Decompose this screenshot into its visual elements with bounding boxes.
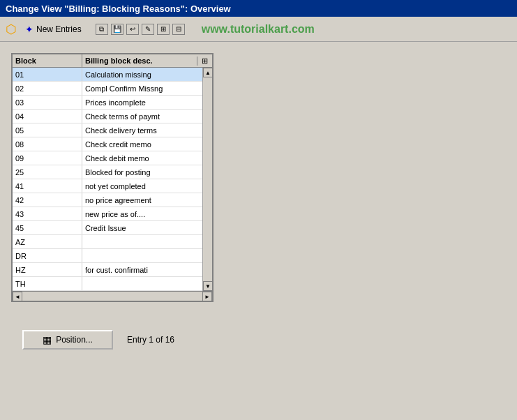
table-row[interactable]: 05Check delivery terms	[13, 123, 202, 137]
sap-logo-icon: ⬡	[6, 22, 17, 37]
cell-desc: Check delivery terms	[82, 123, 202, 137]
table-row[interactable]: 04Check terms of paymt	[13, 110, 202, 123]
cell-desc: Check credit memo	[82, 137, 202, 151]
cell-block: 09	[13, 151, 82, 165]
table-row[interactable]: 03Prices incomplete	[13, 96, 202, 110]
toolbar-icon-more[interactable]: ⊟	[172, 24, 185, 35]
new-entries-button[interactable]: ✦ New Entries	[22, 22, 84, 36]
settings-icon: ⊞	[202, 57, 208, 66]
table-row[interactable]: 02Compl Confirm Missng	[13, 82, 202, 96]
table-row[interactable]: 43new price as of....	[13, 207, 202, 221]
watermark: www.tutorialkart.com	[202, 23, 315, 36]
scroll-up-button[interactable]: ▲	[203, 68, 213, 77]
content-area: Block Billing block desc. ⊞ 01Calculatio…	[0, 42, 517, 358]
new-entries-icon: ✦	[25, 24, 33, 35]
cell-desc: no price agreement	[82, 193, 202, 207]
table-row[interactable]: 41not yet completed	[13, 179, 202, 193]
toolbar: ⬡ ✦ New Entries ⧉ 💾 ↩ ✎ ⊞ ⊟ www.tutorial…	[0, 17, 517, 42]
table-container: Block Billing block desc. ⊞ 01Calculatio…	[11, 53, 213, 302]
cell-desc: Credit Issue	[82, 221, 202, 234]
toolbar-icon-save[interactable]: 💾	[111, 24, 123, 35]
cell-block: 43	[13, 207, 82, 220]
table-row[interactable]: 42no price agreement	[13, 193, 202, 207]
toolbar-icon-edit[interactable]: ✎	[142, 24, 154, 35]
title-bar: Change View "Billing: Blocking Reasons":…	[0, 0, 517, 17]
table-row[interactable]: DR	[13, 249, 202, 263]
col-desc-header: Billing block desc.	[82, 54, 197, 67]
bottom-area: ▦ Position... Entry 1 of 16	[11, 330, 506, 350]
cell-block: AZ	[13, 235, 82, 248]
column-settings-icon[interactable]: ⊞	[197, 57, 212, 66]
table-row[interactable]: HZfor cust. confirmati	[13, 263, 202, 277]
scroll-right-button[interactable]: ►	[202, 292, 212, 301]
cell-desc	[82, 235, 202, 248]
scroll-down-button[interactable]: ▼	[203, 281, 213, 291]
table-row[interactable]: 45Credit Issue	[13, 221, 202, 235]
scroll-left-button[interactable]: ◄	[13, 292, 22, 301]
table-header: Block Billing block desc. ⊞	[13, 54, 212, 68]
table-row[interactable]: 25Blocked for posting	[13, 165, 202, 179]
cell-desc: new price as of....	[82, 207, 202, 220]
toolbar-icon-nav[interactable]: ⊞	[157, 24, 170, 35]
table-body: 01Calculation missing02Compl Confirm Mis…	[13, 68, 202, 291]
cell-block: 02	[13, 82, 82, 95]
cell-block: 04	[13, 110, 82, 123]
cell-desc: Check debit memo	[82, 151, 202, 165]
entry-info: Entry 1 of 16	[127, 335, 174, 345]
horizontal-scrollbar[interactable]: ◄ ►	[13, 291, 212, 301]
cell-block: 08	[13, 137, 82, 151]
scroll-track	[203, 77, 212, 281]
cell-block: 01	[13, 68, 82, 81]
position-button[interactable]: ▦ Position...	[22, 330, 113, 350]
toolbar-icon-copy[interactable]: ⧉	[96, 24, 108, 35]
vertical-scrollbar[interactable]: ▲ ▼	[202, 68, 212, 291]
cell-desc: Check terms of paymt	[82, 110, 202, 123]
table-row[interactable]: TH	[13, 277, 202, 291]
hscroll-track	[22, 292, 202, 301]
cell-desc: for cust. confirmati	[82, 263, 202, 276]
new-entries-label: New Entries	[36, 24, 82, 34]
col-block-header: Block	[13, 54, 82, 67]
cell-block: 03	[13, 96, 82, 109]
cell-block: HZ	[13, 263, 82, 276]
table-row[interactable]: 08Check credit memo	[13, 137, 202, 151]
table-row[interactable]: AZ	[13, 235, 202, 249]
cell-desc: Prices incomplete	[82, 96, 202, 109]
title-text: Change View "Billing: Blocking Reasons":…	[6, 3, 231, 14]
cell-desc: Compl Confirm Missng	[82, 82, 202, 95]
table-row[interactable]: 09Check debit memo	[13, 151, 202, 165]
cell-desc	[82, 249, 202, 262]
table-row[interactable]: 01Calculation missing	[13, 68, 202, 82]
cell-desc	[82, 277, 202, 290]
position-icon: ▦	[43, 334, 52, 345]
cell-block: 41	[13, 179, 82, 193]
position-label: Position...	[56, 335, 93, 345]
cell-block: 45	[13, 221, 82, 234]
cell-desc: Calculation missing	[82, 68, 202, 81]
cell-block: 42	[13, 193, 82, 207]
cell-block: 05	[13, 123, 82, 137]
cell-desc: Blocked for posting	[82, 165, 202, 179]
cell-block: TH	[13, 277, 82, 290]
toolbar-icon-undo[interactable]: ↩	[126, 24, 139, 35]
cell-block: DR	[13, 249, 82, 262]
cell-block: 25	[13, 165, 82, 179]
cell-desc: not yet completed	[82, 179, 202, 193]
